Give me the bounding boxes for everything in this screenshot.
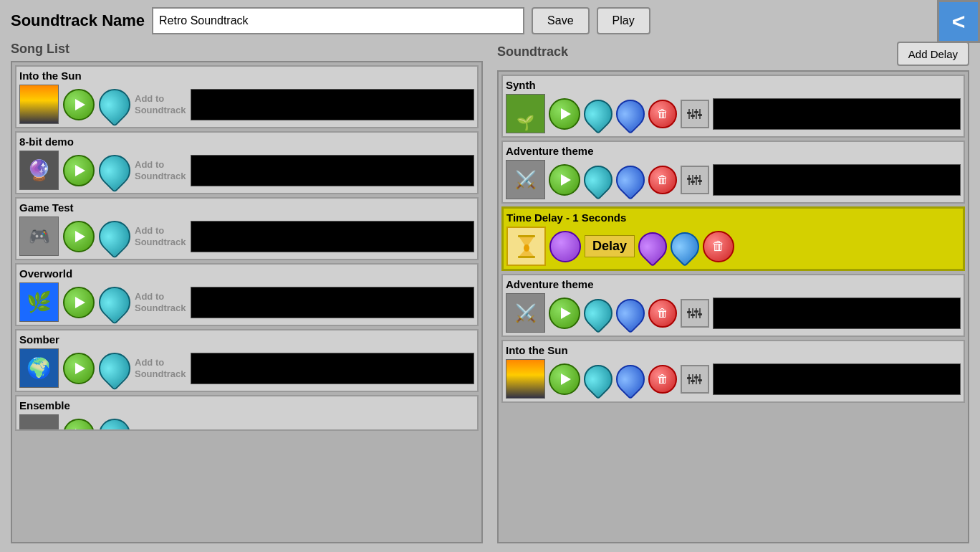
mixer-icon (687, 305, 703, 321)
svg-rect-23 (687, 311, 691, 313)
song-item: Into the Sun Add toSoundtrack (15, 65, 479, 128)
song-item: Game Test 🎮 Add toSoundtrack (15, 197, 479, 260)
soundtrack-title: Soundtrack (497, 44, 568, 60)
soundtrack-thumbnail (506, 359, 545, 399)
svg-rect-10 (696, 175, 697, 185)
main-content: Song List Into the Sun Add toSoundtrack … (0, 42, 980, 543)
save-button[interactable]: Save (532, 7, 589, 34)
soundtrack-item-name: Adventure theme (506, 145, 961, 157)
soundtrack-item-adventure-2: Adventure theme ⚔️ (501, 274, 965, 337)
song-thumbnail: 🎮 (19, 216, 59, 256)
song-waveform-display (191, 287, 474, 318)
song-thumbnail: 🌍 (19, 348, 59, 388)
soundtrack-item-sun: Into the Sun (501, 340, 965, 403)
song-play-button[interactable] (63, 353, 95, 384)
soundtrack-play-button[interactable] (549, 98, 580, 130)
svg-rect-34 (698, 379, 702, 381)
add-to-soundtrack-button[interactable] (92, 214, 137, 258)
song-play-button[interactable] (63, 155, 95, 186)
add-to-soundtrack-label: Add toSoundtrack (135, 159, 186, 181)
soundtrack-delete-button[interactable] (648, 166, 677, 194)
soundtrack-item-synth: Synth 🌱 (501, 75, 965, 138)
soundtrack-move-up-button[interactable] (578, 159, 619, 200)
song-item: Ensemble Add to (15, 395, 479, 431)
soundtrack-delete-button[interactable] (648, 100, 677, 128)
delay-delete-button[interactable]: 🗑 (703, 231, 734, 262)
song-thumbnail (19, 414, 59, 431)
svg-rect-33 (694, 376, 698, 379)
soundtrack-thumbnail: 🌱 (506, 94, 545, 133)
add-delay-button[interactable]: Add Delay (897, 42, 969, 66)
song-name: Overworld (19, 267, 474, 280)
soundtrack-mixer-button[interactable] (681, 299, 709, 328)
song-item: Somber 🌍 Add toSoundtrack (15, 329, 479, 392)
soundtrack-thumbnail: ⚔️ (506, 293, 545, 333)
delay-move-up-button[interactable] (633, 226, 673, 267)
song-play-button[interactable] (63, 89, 95, 120)
soundtrack-move-up-button[interactable] (578, 292, 619, 333)
play-button[interactable]: Play (597, 7, 650, 34)
mixer-icon (687, 106, 703, 122)
svg-rect-13 (691, 181, 695, 183)
soundtrack-mixer-button[interactable] (681, 100, 709, 128)
soundtrack-controls: 🌱 (506, 94, 961, 133)
delay-item-name: Time Delay - 1 Seconds (506, 211, 960, 224)
soundtrack-move-down-button[interactable] (610, 159, 651, 200)
soundtrack-controls: ⚔️ (506, 160, 961, 199)
soundtrack-thumbnail: ⚔️ (506, 160, 545, 199)
mixer-icon (687, 172, 703, 188)
song-play-button[interactable] (63, 221, 95, 252)
back-button[interactable]: < (937, 0, 980, 43)
add-to-soundtrack-label: Add toSoundtrack (135, 357, 186, 379)
add-to-soundtrack-label: Add toSoundtrack (135, 93, 186, 115)
hourglass-svg (512, 232, 541, 261)
add-to-soundtrack-button[interactable] (92, 82, 137, 126)
add-to-soundtrack-button[interactable] (92, 346, 137, 390)
svg-rect-9 (692, 175, 693, 185)
svg-rect-5 (691, 115, 695, 117)
soundtrack-name-label: Soundtrack Name (11, 11, 145, 30)
add-to-soundtrack-button[interactable] (92, 148, 137, 192)
soundtrack-move-down-button[interactable] (610, 358, 651, 399)
soundtrack-mixer-button[interactable] (681, 365, 709, 394)
delay-main-button[interactable] (549, 231, 581, 262)
soundtrack-play-button[interactable] (549, 363, 580, 395)
delay-move-down-button[interactable] (665, 226, 706, 267)
song-play-button[interactable] (63, 419, 95, 432)
song-thumbnail: 🌿 (19, 282, 59, 322)
add-to-soundtrack-button[interactable] (92, 280, 137, 324)
svg-rect-7 (698, 114, 702, 116)
back-arrow-icon: < (952, 9, 966, 35)
soundtrack-play-button[interactable] (549, 164, 580, 196)
soundtrack-waveform-display (713, 164, 961, 196)
song-name: Ensemble (19, 399, 474, 411)
soundtrack-mixer-button[interactable] (681, 166, 709, 194)
svg-rect-14 (694, 177, 698, 179)
soundtrack-name-input[interactable] (152, 7, 524, 34)
soundtrack-item-delay: Time Delay - 1 Seconds Delay (501, 206, 965, 271)
mixer-icon (687, 371, 703, 387)
hourglass-icon (506, 227, 546, 266)
soundtrack-move-down-button[interactable] (610, 93, 651, 134)
soundtrack-delete-button[interactable] (648, 365, 677, 394)
svg-rect-29 (696, 374, 697, 384)
add-to-soundtrack-label: Add to (135, 429, 164, 431)
soundtrack-item-name: Into the Sun (506, 344, 961, 356)
song-list-panel: Song List Into the Sun Add toSoundtrack … (11, 42, 483, 543)
soundtrack-item-name: Synth (506, 79, 961, 91)
soundtrack-delete-button[interactable] (648, 299, 677, 328)
header: Soundtrack Name Save Play < (0, 0, 980, 42)
soundtrack-move-down-button[interactable] (610, 292, 651, 333)
svg-rect-6 (694, 111, 698, 113)
soundtrack-waveform-display (713, 363, 961, 395)
svg-rect-16 (518, 235, 535, 237)
add-to-soundtrack-button[interactable] (92, 411, 137, 431)
svg-rect-21 (696, 308, 697, 318)
soundtrack-move-up-button[interactable] (578, 93, 619, 134)
song-waveform-display (191, 155, 474, 186)
soundtrack-play-button[interactable] (549, 298, 580, 329)
soundtrack-item-adventure-1: Adventure theme ⚔️ (501, 141, 965, 204)
soundtrack-move-up-button[interactable] (578, 358, 619, 399)
song-play-button[interactable] (63, 287, 95, 318)
svg-rect-20 (692, 308, 693, 318)
